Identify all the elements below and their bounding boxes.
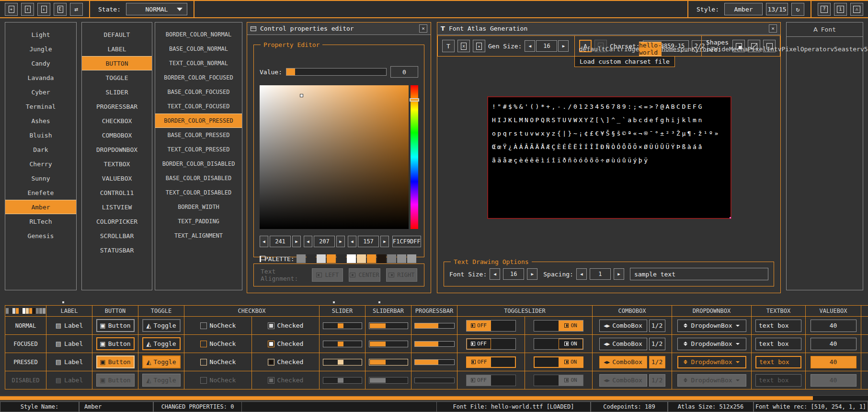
property-list-item[interactable]: TEXT_PADDING [155, 214, 242, 229]
control-list-item[interactable]: LISTVIEW [82, 200, 152, 214]
font-list-item[interactable]: Mecha [729, 42, 748, 56]
palette-swatch[interactable] [347, 254, 356, 263]
export-atlas-image-button[interactable]: ▴ [473, 40, 485, 52]
property-list-item[interactable]: BASE_COLOR_PRESSED [155, 128, 242, 142]
control-list-item[interactable]: CONTROL11 [82, 185, 152, 200]
property-list-item[interactable]: TEXT_COLOR_NORMAL [155, 56, 242, 70]
toggleslider-on[interactable]: ON [534, 338, 583, 350]
gen-size-decrement[interactable]: ◀ [525, 40, 535, 52]
reload-style-button[interactable]: ↻ [791, 3, 804, 16]
palette-swatch[interactable] [367, 254, 376, 263]
dropdownbox-control[interactable]: DropdownBox [677, 356, 746, 368]
control-list-item[interactable]: SLIDER [82, 85, 152, 99]
gen-size-increment[interactable]: ▶ [558, 40, 569, 52]
toggleslider-on[interactable]: ON [534, 320, 583, 332]
spacing-increment[interactable]: ▶ [614, 268, 624, 280]
slider-control[interactable] [323, 322, 362, 329]
toggle-control[interactable]: ◭Toggle [142, 319, 181, 332]
checkbox-unchecked[interactable]: NoCheck [200, 322, 236, 329]
gen-size-box[interactable]: 16 [536, 40, 557, 52]
button-control[interactable]: ▣Button [96, 374, 135, 387]
hue-bar[interactable] [411, 85, 418, 229]
style-name-box[interactable]: Amber [724, 3, 763, 15]
property-list-item[interactable]: BORDER_COLOR_FOCUSED [155, 70, 242, 85]
valuebox-control[interactable]: 40 [811, 320, 857, 332]
button-control[interactable]: ▣Button [96, 355, 135, 368]
checkbox-unchecked[interactable]: NoCheck [200, 340, 236, 347]
property-list-item[interactable]: TEXT_COLOR_DISABLED [155, 185, 242, 200]
dropdownbox-control[interactable]: DropdownBox [677, 374, 746, 387]
toggle-control[interactable]: ◭Toggle [142, 355, 181, 368]
checkbox-unchecked[interactable]: NoCheck [200, 358, 236, 366]
scrollbar-thumb[interactable] [0, 396, 813, 400]
style-list-item[interactable]: Amber [5, 200, 76, 214]
style-list-item[interactable]: Ashes [5, 114, 76, 128]
style-list-item[interactable]: Jungle [5, 42, 76, 56]
font-size-increment[interactable]: ▶ [527, 268, 537, 280]
palette-swatch[interactable] [317, 254, 326, 263]
style-list-item[interactable]: Cyber [5, 85, 76, 99]
valuebox-control[interactable]: 40 [811, 338, 857, 350]
button-control[interactable]: ▣Button [96, 337, 135, 350]
property-list-item[interactable]: TEXT_ALIGNMENT [155, 229, 242, 243]
font-text-button[interactable]: T [442, 40, 455, 52]
control-list-item[interactable]: COMBOBOX [82, 128, 152, 142]
style-list-item[interactable]: Genesis [5, 229, 76, 243]
palette-swatch[interactable] [307, 254, 316, 263]
property-list-item[interactable]: BORDER_COLOR_DISABLED [155, 157, 242, 171]
hue-bar-handle[interactable] [410, 98, 419, 102]
property-list-item[interactable]: BASE_COLOR_FOCUSED [155, 85, 242, 99]
spacing-box[interactable]: 1 [590, 268, 611, 280]
toggleslider-on[interactable]: ON [534, 356, 583, 368]
toggleslider-off[interactable]: OFF [466, 375, 516, 386]
control-list-item[interactable]: VALUEBOX [82, 171, 152, 185]
toggleslider-off[interactable]: OFF [466, 320, 516, 332]
control-list-item[interactable]: SCROLLBAR [82, 229, 152, 243]
property-list-item[interactable]: BASE_COLOR_NORMAL [155, 42, 242, 56]
font-list-item[interactable]: hello-world [639, 42, 662, 56]
control-list-item[interactable]: CHECKBOX [82, 114, 152, 128]
textbox-control[interactable]: text box [755, 320, 801, 332]
font-list-item[interactable]: homespun [662, 42, 692, 56]
valuebox-control[interactable]: 40 [811, 374, 857, 387]
close-icon[interactable]: × [769, 24, 777, 33]
font-list-item[interactable]: v5easter [830, 42, 860, 56]
align-right-button[interactable]: RIGHT [386, 268, 417, 282]
style-list-item[interactable]: Dark [5, 142, 76, 157]
font-list-item[interactable]: PixelIntv [748, 42, 781, 56]
sample-text-input[interactable]: sample text [630, 268, 768, 280]
style-list-item[interactable]: Sunny [5, 171, 76, 185]
style-list-item[interactable]: Lavanda [5, 70, 76, 85]
textbox-control[interactable]: text box [755, 338, 801, 350]
valuebox-control[interactable]: 40 [811, 356, 857, 368]
control-list-item[interactable]: DROPDOWNBOX [82, 142, 152, 157]
font-list-item[interactable]: Kyrou7Wide [692, 42, 729, 56]
color-picker-cursor[interactable] [300, 94, 303, 97]
random-style-button[interactable]: ⇄ [70, 3, 83, 16]
new-file-button[interactable]: + [5, 3, 18, 16]
blue-value-box[interactable]: 157 [358, 236, 379, 247]
control-list-item[interactable]: DEFAULT [82, 27, 152, 42]
value-box[interactable]: 0 [390, 66, 418, 78]
palette-swatch[interactable] [377, 254, 386, 263]
palette-swatch[interactable] [387, 254, 396, 263]
color-picker-panel[interactable] [260, 85, 409, 229]
dropdownbox-control[interactable]: DropdownBox [677, 320, 746, 332]
slider-knob[interactable] [338, 342, 343, 346]
open-file-button[interactable]: ↑ [21, 3, 34, 16]
style-list-item[interactable]: Cherry [5, 157, 76, 171]
palette-swatch[interactable] [337, 254, 346, 263]
combobox-control[interactable]: ◂▸ComboBox1/2 [599, 374, 665, 387]
slider-knob[interactable] [338, 378, 343, 383]
blue-decrement-button[interactable]: ◀ [348, 236, 356, 247]
slider-control[interactable] [323, 341, 362, 347]
slider-knob[interactable] [338, 323, 343, 328]
checkbox-checked[interactable]: Checked [268, 377, 304, 384]
control-list-item[interactable]: LABEL [82, 42, 152, 56]
control-list-item[interactable]: TOGGLE [82, 70, 152, 85]
palette-swatch[interactable] [297, 254, 306, 263]
checkbox-checked[interactable]: Checked [268, 358, 304, 366]
info-button[interactable]: i [834, 3, 847, 16]
property-list-item[interactable]: BORDER_WIDTH [155, 200, 242, 214]
atlas-titlebar[interactable]: T Font Atlas Generation × [437, 23, 780, 35]
